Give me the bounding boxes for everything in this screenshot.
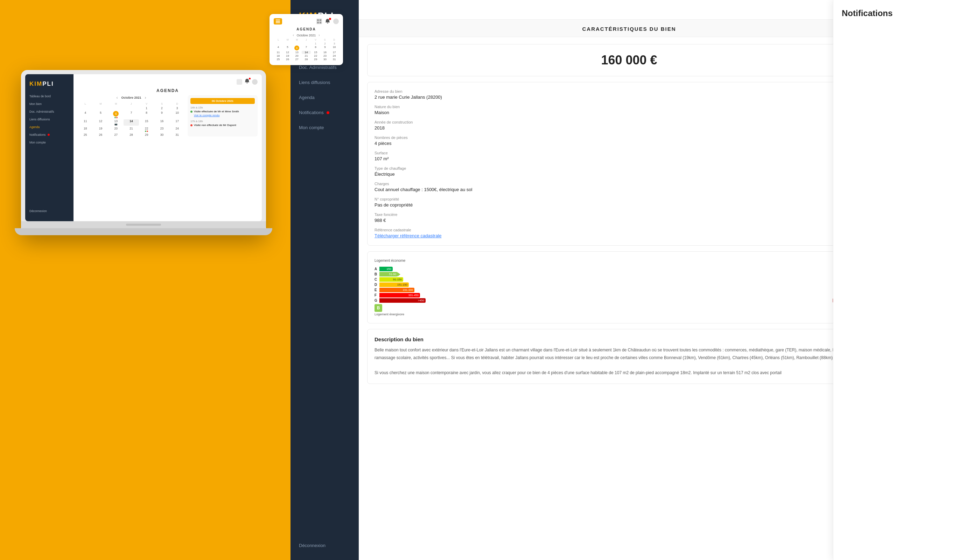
laptop-grid-icon[interactable] — [237, 79, 242, 85]
event2-time: 17h à 18h — [190, 120, 255, 123]
year-field: Année de construction 2018 — [375, 120, 884, 130]
laptop-nav-mon-bien[interactable]: Mon bien — [25, 100, 73, 108]
property-price: 160 000 € — [376, 53, 882, 68]
nature-label: Nature du bien — [375, 105, 884, 109]
laptop-nav-compte[interactable]: Mon compte — [25, 138, 73, 146]
description-text: Belle maison tout confort avec extérieur… — [375, 347, 884, 377]
cal-prev-btn[interactable]: ‹ — [116, 95, 118, 100]
notifications-panel: Notifications — [833, 0, 980, 560]
info-card: Adresse du bien 2 rue marie Curie Jallan… — [367, 82, 891, 246]
laptop-logo: KIMPLI — [25, 78, 73, 92]
notifications-title: Notifications — [842, 8, 972, 18]
cal-next-btn[interactable]: › — [145, 95, 146, 100]
laptop-nav-notifs[interactable]: Notifications — [25, 131, 73, 138]
cadastre-link[interactable]: Télécharger référence cadastrale — [375, 233, 884, 238]
dpe-card: Logement économe Faible émission de GES … — [367, 251, 891, 323]
taxe-label: Taxe foncière — [375, 212, 884, 217]
sidebar-item-compte[interactable]: Mon compte — [290, 120, 359, 135]
rooms-label: Nombres de pièces — [375, 135, 884, 140]
laptop-bell-icon[interactable] — [244, 78, 250, 85]
nature-value: Maison — [375, 110, 884, 115]
charges-label: Charges — [375, 182, 884, 186]
laptop-nav-agenda[interactable]: Agenda — [25, 123, 73, 131]
surface-value: 107 m² — [375, 156, 884, 162]
heating-label: Type de chauffage — [375, 166, 884, 170]
sidebar-logout[interactable]: Déconnexion — [290, 538, 359, 553]
surface-field: Surface 107 m² — [375, 151, 884, 162]
heating-value: Électrique — [375, 172, 884, 177]
bell-icon-small[interactable] — [325, 18, 330, 24]
charges-value: Cout annuel chauffage : 1500€, électriqu… — [375, 187, 884, 192]
sidebar: KIMPLI Tableau de bord Mon bien Doc. Adm… — [290, 0, 359, 560]
year-value: 2018 — [375, 125, 884, 130]
laptop-nav-tableau[interactable]: Tableau de bord — [25, 92, 73, 100]
surface-label: Surface — [375, 151, 884, 155]
laptop-nav-doc[interactable]: Doc. Administratifs — [25, 108, 73, 115]
laptop-nav-liens[interactable]: Liens diffusions — [25, 115, 73, 123]
copro-value: Pas de copropriété — [375, 202, 884, 208]
cadastre-field: Référence cadastrale Télécharger référen… — [375, 228, 884, 238]
price-card: 160 000 € — [367, 44, 891, 76]
address-field: Adresse du bien 2 rue marie Curie Jallan… — [375, 89, 884, 100]
dpe-energy-indicator: B — [375, 304, 382, 312]
notif-indicator-dot — [327, 111, 329, 114]
cal-month-label: Octobre 2021 — [121, 96, 141, 99]
cadastre-label: Référence cadastrale — [375, 228, 884, 232]
heating-field: Type de chauffage Électrique — [375, 166, 884, 177]
taxe-value: 988 € — [375, 218, 884, 223]
rooms-field: Nombres de pièces 4 pièces — [375, 135, 884, 146]
laptop-sidebar: KIMPLI Tableau de bord Mon bien Doc. Adm… — [25, 74, 73, 221]
profile-icon-small[interactable] — [333, 18, 339, 24]
address-value: 2 rue marie Curie Jallans (28200) — [375, 95, 884, 100]
year-label: Année de construction — [375, 120, 884, 124]
description-card: Description du bien Belle maison tout co… — [367, 329, 891, 384]
description-title: Description du bien — [375, 337, 884, 342]
mini-agenda-title: AGENDA — [274, 27, 339, 31]
grid-icon[interactable] — [317, 18, 322, 24]
copro-label: N° copropriété — [375, 197, 884, 201]
address-label: Adresse du bien — [375, 89, 884, 93]
event1-link[interactable]: Voir le compte rendu — [194, 114, 239, 117]
taxe-field: Taxe foncière 988 € — [375, 212, 884, 223]
sidebar-item-liens[interactable]: Liens diffusions — [290, 75, 359, 90]
event2-desc: Visite non effectuée de Mr Dupont — [194, 123, 236, 127]
nature-field: Nature du bien Maison — [375, 105, 884, 115]
section-title: CARACTÉRISTIQUES DU BIEN — [359, 20, 900, 37]
event1-time: 14h à 15h — [190, 106, 255, 109]
mini-cal-prev[interactable]: ‹ — [293, 33, 293, 37]
event1-desc: Visite effectuée de Mr et Mme Smith — [194, 110, 239, 113]
mini-cal-month: Octobre 2021 — [297, 33, 316, 37]
sidebar-item-notifications[interactable]: Notifications — [290, 105, 359, 120]
mini-cal-next[interactable]: › — [318, 33, 320, 37]
charges-field: Charges Cout annuel chauffage : 1500€, é… — [375, 182, 884, 192]
rooms-value: 4 pièces — [375, 141, 884, 146]
hamburger-btn[interactable] — [274, 18, 282, 25]
dpe-label-left: Logement économe — [375, 258, 405, 262]
copro-field: N° copropriété Pas de copropriété — [375, 197, 884, 208]
sidebar-item-agenda[interactable]: Agenda — [290, 90, 359, 105]
event-date-label: 06 Octobre 2021 — [190, 98, 255, 104]
laptop-nav-deconnexion[interactable]: Déconnexion — [25, 207, 73, 215]
laptop-profile-icon[interactable] — [252, 79, 258, 85]
laptop-agenda-title: AGENDA — [78, 88, 258, 93]
